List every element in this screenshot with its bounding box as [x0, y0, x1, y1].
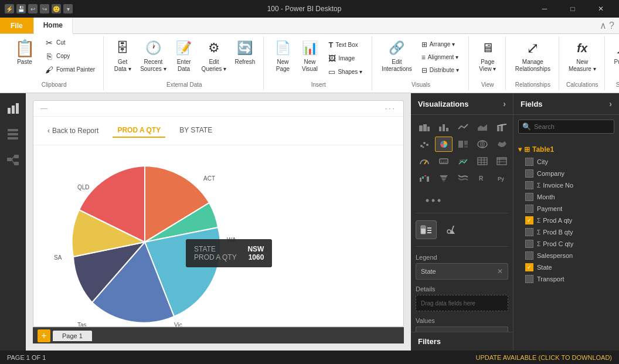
ribbon-group-share: ☁ Publish Share	[606, 36, 619, 90]
transport-checkbox[interactable]	[525, 275, 533, 283]
legend-remove-button[interactable]: ✕	[497, 267, 503, 275]
field-item-prod-b-qty[interactable]: Σ Prod B qty	[513, 226, 619, 238]
viz-icon-line[interactable]	[454, 120, 472, 135]
field-item-state[interactable]: ✓ State	[513, 261, 619, 273]
field-item-company[interactable]: Company	[513, 168, 619, 179]
edit-interactions-button[interactable]: 🔗 EditInteractions	[378, 36, 416, 75]
fields-expand-icon[interactable]: ›	[609, 99, 612, 108]
viz-icon-area[interactable]	[474, 120, 491, 135]
field-item-city[interactable]: City	[513, 156, 619, 168]
values-value-box[interactable]: Prod A qty ✕	[416, 326, 508, 332]
viz-icon-stacked-bar[interactable]	[416, 120, 433, 135]
viz-fields-button[interactable]	[416, 220, 437, 239]
new-measure-button[interactable]: fx NewMeasure ▾	[565, 36, 600, 75]
manage-relationships-button[interactable]: ⤢ ManageRelationships	[512, 36, 554, 75]
month-checkbox[interactable]	[525, 193, 533, 201]
field-item-month[interactable]: Month	[513, 191, 619, 203]
image-button[interactable]: 🖼 Image	[325, 52, 366, 64]
state-checkbox[interactable]: ✓	[525, 263, 533, 271]
get-data-button[interactable]: 🗄 GetData ▾	[110, 36, 135, 75]
viz-icon-gauge[interactable]	[416, 154, 433, 169]
help-button[interactable]: ?	[609, 21, 614, 31]
payment-checkbox[interactable]	[525, 205, 533, 213]
enter-data-button[interactable]: 📝 EnterData	[171, 36, 197, 75]
text-box-button[interactable]: T Text Box	[325, 39, 366, 51]
redo-icon[interactable]: ↪	[40, 4, 49, 13]
save-icon[interactable]: 💾	[16, 4, 26, 13]
page-1-tab[interactable]: Page 1	[53, 331, 92, 341]
update-available-button[interactable]: UPDATE AVAILABLE (CLICK TO DOWNLOAD)	[476, 354, 612, 361]
tab-by-state[interactable]: BY STATE	[175, 124, 217, 138]
field-item-prod-a-qty[interactable]: ✓ Σ Prod A qty	[513, 215, 619, 226]
undo-icon[interactable]: ↩	[28, 4, 38, 13]
viz-icon-scatter[interactable]	[416, 137, 433, 152]
viz-icon-matrix[interactable]	[493, 154, 511, 169]
field-item-prod-c-qty[interactable]: Σ Prod C qty	[513, 238, 619, 250]
city-checkbox[interactable]	[525, 158, 533, 166]
svg-text:123: 123	[441, 160, 447, 164]
viz-format-button[interactable]	[441, 220, 462, 239]
back-to-report-button[interactable]: ‹ Back to Report	[43, 124, 103, 137]
tab-prod-a-qty[interactable]: PROD A QTY	[113, 124, 165, 138]
viz-icon-table[interactable]	[474, 154, 491, 169]
refresh-button[interactable]: 🔄 Refresh	[231, 36, 259, 68]
edit-queries-button[interactable]: ⚙ EditQueries ▾	[198, 36, 230, 75]
viz-icon-column[interactable]	[435, 120, 453, 135]
viz-icon-py-visual[interactable]: Py	[493, 171, 511, 186]
copy-button[interactable]: ⎘ Copy	[41, 50, 98, 63]
sidebar-item-model[interactable]	[2, 149, 23, 171]
viz-icon-map[interactable]	[474, 137, 491, 152]
viz-icon-waterfall[interactable]	[416, 171, 433, 186]
field-item-salesperson[interactable]: Salesperson	[513, 250, 619, 261]
viz-icon-more[interactable]	[416, 193, 451, 208]
sidebar-item-data[interactable]	[2, 124, 23, 145]
viz-icon-treemap[interactable]	[454, 137, 472, 152]
company-checkbox[interactable]	[525, 169, 533, 178]
viz-icon-kpi[interactable]: KPI	[454, 154, 472, 169]
close-button[interactable]: ✕	[587, 0, 614, 18]
manage-relationships-icon: ⤢	[523, 39, 542, 57]
distribute-button[interactable]: ⊟ Distribute ▾	[418, 64, 462, 76]
format-painter-button[interactable]: 🖌 Format Painter	[41, 63, 98, 76]
cut-button[interactable]: ✂ Cut	[41, 36, 98, 49]
dropdown-icon[interactable]: ▾	[63, 4, 73, 13]
tab-file[interactable]: File	[0, 18, 34, 33]
maximize-button[interactable]: □	[559, 0, 586, 18]
visualizations-expand-icon[interactable]: ›	[503, 99, 506, 108]
arrange-button[interactable]: ⊞ Arrange ▾	[418, 39, 462, 50]
minimize-button[interactable]: ─	[531, 0, 558, 18]
viz-icon-r-visual[interactable]: R	[474, 171, 491, 186]
page-view-button[interactable]: 🖥 PageView ▾	[475, 36, 501, 75]
table1-header[interactable]: ▾ ⊞ Table1	[513, 143, 619, 156]
prod-c-qty-checkbox[interactable]	[525, 240, 533, 248]
prod-b-qty-checkbox[interactable]	[525, 228, 533, 236]
collapse-ribbon[interactable]: ∧	[600, 20, 607, 31]
viz-icon-funnel[interactable]	[435, 171, 453, 186]
new-page-button[interactable]: 📄 NewPage	[270, 36, 295, 75]
field-item-transport[interactable]: Transport	[513, 273, 619, 285]
smiley-icon[interactable]: 🙂	[52, 4, 61, 13]
paste-button[interactable]: 📋 Paste	[9, 36, 40, 68]
viz-icon-filled-map[interactable]	[493, 137, 511, 152]
fields-search-input[interactable]	[518, 120, 614, 134]
new-visual-button[interactable]: 📊 NewVisual	[297, 36, 322, 75]
invoice-no-checkbox[interactable]	[525, 181, 533, 189]
alignment-button[interactable]: ≡ Alignment ▾	[418, 52, 462, 63]
publish-button[interactable]: ☁ Publish	[611, 36, 619, 68]
recent-sources-button[interactable]: 🕐 RecentSources ▾	[137, 36, 169, 75]
viz-icon-card[interactable]: 123	[435, 154, 453, 169]
legend-value-box[interactable]: State ✕	[416, 263, 508, 280]
sidebar-item-report[interactable]	[2, 98, 23, 119]
field-item-payment[interactable]: Payment	[513, 203, 619, 215]
prod-a-qty-checkbox[interactable]: ✓	[525, 216, 533, 224]
viz-icon-pie[interactable]	[435, 137, 453, 152]
shapes-button[interactable]: ▭ Shapes ▾	[325, 66, 366, 78]
viz-icon-combo[interactable]	[493, 120, 511, 135]
add-page-button[interactable]: +	[38, 329, 50, 342]
card-more-options[interactable]: ···	[385, 104, 396, 113]
salesperson-checkbox[interactable]	[525, 251, 533, 260]
tab-home[interactable]: Home	[34, 18, 73, 34]
viz-icon-ribbon[interactable]	[454, 171, 472, 186]
field-item-invoice-no[interactable]: Σ Invoice No	[513, 179, 619, 191]
details-value-box[interactable]: Drag data fields here	[416, 295, 508, 311]
